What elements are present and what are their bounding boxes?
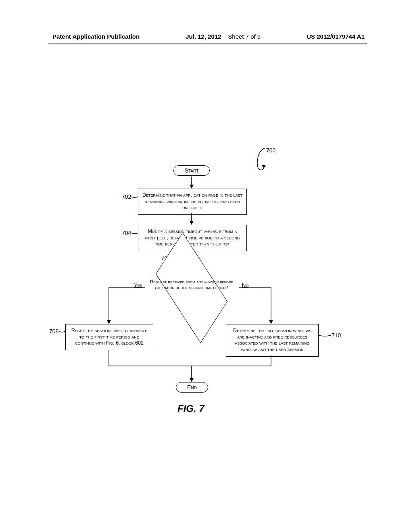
figure-label: FIG. 7 <box>177 403 204 414</box>
arrow-no <box>239 288 275 324</box>
svg-marker-0 <box>261 165 266 168</box>
date-label: Jul. 12, 2012 <box>186 33 221 40</box>
pubnum-label: US 2012/0179744 A1 <box>307 33 365 40</box>
start-terminator: Start <box>173 165 210 176</box>
yes-label: Yes <box>134 282 142 288</box>
end-terminator: End <box>176 382 208 393</box>
step-704: Modify a session timeout variable from a… <box>138 225 247 251</box>
svg-marker-7 <box>107 320 111 324</box>
step-702: Determine that an application page in th… <box>138 189 247 215</box>
step-708: Reset the session timeout variable to th… <box>65 324 153 350</box>
arrow-converge <box>109 350 274 382</box>
ref-708-leader <box>59 331 67 334</box>
ref-702-leader <box>131 197 140 199</box>
svg-marker-4 <box>190 221 194 225</box>
no-label: No <box>242 282 248 288</box>
header-rule <box>48 44 367 44</box>
arrow-702-704 <box>192 213 192 225</box>
svg-marker-8 <box>269 320 273 324</box>
header-center: Jul. 12, 2012 Sheet 7 of 9 <box>186 33 261 40</box>
ref-708: 708 <box>49 328 58 335</box>
ref-704: 704 <box>122 230 131 236</box>
page-header: Patent Application Publication Jul. 12, … <box>0 33 413 40</box>
svg-marker-10 <box>190 378 194 382</box>
ref-710-leader <box>319 335 331 338</box>
arrow-start-702 <box>192 177 192 189</box>
ref-710: 710 <box>332 332 341 339</box>
arrow-yes <box>109 288 149 324</box>
decision-706-text: Request received from any window before … <box>143 279 240 291</box>
svg-marker-2 <box>190 185 194 189</box>
publication-label: Patent Application Publication <box>52 33 140 40</box>
ref-700-leader <box>254 147 270 175</box>
ref-704-leader <box>131 233 140 235</box>
ref-702: 702 <box>122 193 131 200</box>
sheet-label: Sheet 7 of 9 <box>228 33 261 40</box>
